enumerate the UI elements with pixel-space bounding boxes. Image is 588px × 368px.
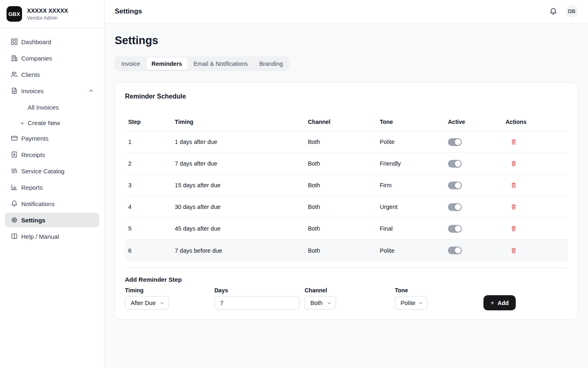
sidebar-item-clients[interactable]: Clients (5, 67, 99, 82)
active-toggle[interactable] (448, 182, 462, 189)
sidebar-item-receipts[interactable]: $ Receipts (5, 147, 99, 162)
days-field: Days (214, 284, 305, 310)
sidebar-item-notifications[interactable]: Notifications (5, 196, 99, 211)
tab-reminders[interactable]: Reminders (146, 58, 187, 70)
dashboard-icon (11, 38, 18, 45)
active-toggle[interactable] (448, 138, 462, 146)
sidebar-item-label: Help / Manual (21, 233, 59, 240)
cell-active (448, 160, 506, 168)
brand-name: XXXXX XXXXX (27, 7, 68, 15)
companies-icon (11, 54, 18, 62)
sidebar-item-invoices[interactable]: Invoices (5, 83, 99, 98)
sidebar: GBX XXXXX XXXXX Vendor Admin Dashboard C… (0, 0, 105, 368)
sidebar-item-payments[interactable]: Payments (5, 131, 99, 146)
sidebar-item-label: Reports (21, 184, 43, 191)
sidebar-item-dashboard[interactable]: Dashboard (5, 34, 99, 49)
add-reminder-form: Timing After Due Days Channel (125, 284, 568, 310)
delete-step-button[interactable] (510, 138, 517, 146)
timing-select[interactable]: After Due (125, 296, 169, 310)
cell-step: 4 (128, 204, 175, 210)
reports-icon (11, 184, 18, 191)
sidebar-item-label: Settings (21, 217, 45, 224)
cell-channel: Both (308, 247, 380, 254)
timing-select-value: After Due (131, 300, 156, 306)
cell-actions (506, 247, 568, 254)
sidebar-item-help-manual[interactable]: Help / Manual (5, 229, 99, 244)
chevron-down-icon (327, 301, 332, 305)
notifications-bell-button[interactable] (548, 7, 558, 16)
cell-step: 5 (128, 225, 175, 232)
sidebar-item-label: Receipts (21, 151, 45, 158)
col-header-timing: Timing (175, 119, 308, 125)
receipts-icon: $ (11, 151, 18, 158)
toggle-knob (455, 247, 461, 254)
timing-label: Timing (125, 287, 214, 294)
delete-step-button[interactable] (510, 160, 517, 167)
sidebar-header: GBX XXXXX XXXXX Vendor Admin (0, 0, 104, 28)
cell-timing: 1 days after due (175, 139, 308, 145)
trash-icon (511, 204, 516, 210)
channel-select-value: Both (310, 300, 323, 306)
cell-active (448, 182, 506, 189)
plus-icon: + (490, 300, 494, 306)
cell-step: 1 (128, 139, 175, 145)
chevron-down-icon (160, 301, 165, 305)
sidebar-nav: Dashboard Companies Clients Invoices (0, 28, 104, 244)
cell-actions (506, 138, 568, 146)
cell-channel: Both (308, 160, 380, 167)
col-header-active: Active (448, 119, 506, 125)
cell-tone: Final (380, 225, 448, 232)
delete-step-button[interactable] (510, 247, 517, 254)
tab-branding[interactable]: Branding (254, 58, 288, 70)
sidebar-item-companies[interactable]: Companies (5, 51, 99, 65)
topbar-title: Settings (115, 7, 142, 16)
sidebar-item-service-catalog[interactable]: Service Catalog (5, 164, 99, 178)
brand-subtitle: Vendor Admin (27, 15, 68, 21)
sidebar-item-label: Notifications (21, 200, 55, 207)
active-toggle[interactable] (448, 160, 462, 168)
reminder-schedule-card: Reminder Schedule Step Timing Channel To… (115, 82, 578, 320)
bell-icon (549, 7, 557, 16)
cell-timing: 15 days after due (175, 182, 308, 188)
brand-block: XXXXX XXXXX Vendor Admin (27, 7, 68, 21)
delete-step-button[interactable] (510, 203, 517, 211)
sidebar-item-create-new[interactable]: + Create New (5, 115, 99, 130)
tone-label: Tone (395, 287, 483, 294)
cell-step: 6 (128, 247, 175, 254)
chevron-up-icon (89, 88, 94, 93)
settings-tabbar: Invoice Reminders Email & Notifications … (115, 56, 290, 71)
trash-icon (511, 161, 516, 166)
delete-step-button[interactable] (510, 182, 517, 189)
table-row: 4 30 days after due Both Urgent (125, 196, 568, 218)
cell-channel: Both (308, 182, 380, 188)
help-book-icon (11, 233, 18, 240)
add-reminder-section: Add Reminder Step Timing After Due Days (125, 267, 568, 310)
tone-select[interactable]: Polite (395, 296, 428, 310)
cell-timing: 45 days after due (175, 225, 308, 232)
active-toggle[interactable] (448, 225, 462, 233)
cell-actions (506, 182, 568, 189)
tab-invoice[interactable]: Invoice (116, 58, 145, 70)
user-avatar[interactable]: DB (566, 5, 578, 18)
delete-step-button[interactable] (510, 225, 517, 232)
add-step-button[interactable]: + Add (483, 295, 516, 310)
table-header-row: Step Timing Channel Tone Active Actions (125, 119, 568, 131)
active-toggle[interactable] (448, 247, 462, 254)
cell-tone: Firm (380, 182, 448, 188)
days-input[interactable] (214, 296, 300, 310)
invoices-icon (11, 87, 18, 94)
timing-field: Timing After Due (125, 284, 214, 310)
active-toggle[interactable] (448, 203, 462, 211)
channel-label: Channel (305, 287, 395, 294)
cell-actions (506, 160, 568, 167)
cell-timing: 7 days before due (175, 247, 308, 254)
sidebar-item-settings[interactable]: Settings (5, 213, 99, 227)
toggle-knob (455, 161, 461, 167)
tab-email-notifications[interactable]: Email & Notifications (188, 58, 253, 70)
channel-select[interactable]: Both (305, 296, 336, 310)
tone-select-value: Polite (401, 300, 415, 306)
plus-icon: + (20, 119, 24, 126)
sidebar-item-reports[interactable]: Reports (5, 180, 99, 195)
cell-tone: Urgent (380, 204, 448, 210)
sidebar-item-all-invoices[interactable]: All Invoices (5, 100, 99, 114)
